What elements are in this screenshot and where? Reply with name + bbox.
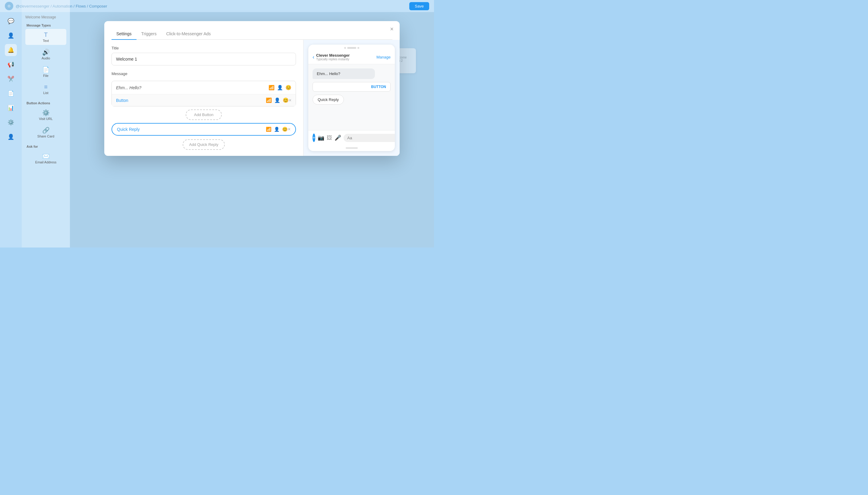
qr-wifi-icon[interactable]: 📶	[266, 126, 272, 132]
phone-footer-plus-button[interactable]: +	[313, 134, 315, 142]
modal: × Settings Triggers Click-to-Messenger A…	[104, 21, 400, 156]
camera-icon[interactable]: 📷	[318, 134, 324, 141]
tab-click-to-messenger[interactable]: Click-to-Messenger Ads	[161, 28, 215, 40]
visit-url-label: Visit URL	[39, 117, 53, 121]
welcome-message-label: Welcome Message	[25, 15, 66, 19]
sidebar-icon-files[interactable]: 📄	[5, 87, 17, 100]
phone-footer: + 📷 🖼 🎤 😊 ≡	[308, 130, 395, 145]
message-text: Ehm... Hello?	[116, 85, 268, 90]
sidebar-item-text[interactable]: T Text	[25, 29, 66, 45]
modal-body: Title Message Ehm... Hello? 📶 👤 😊	[104, 40, 400, 156]
qr-user-icon[interactable]: 👤	[274, 126, 280, 132]
sidebar-item-email[interactable]: ✉️ Email Address	[25, 150, 66, 166]
audio-icon: 🔊	[42, 49, 50, 56]
add-button-button[interactable]: Add Button	[186, 109, 222, 120]
sidebar-item-audio[interactable]: 🔊 Audio	[25, 46, 66, 63]
phone-manage-button[interactable]: Manage	[377, 55, 390, 59]
preview-phone: ‹ Clever Messenger Typically replies ins…	[308, 45, 395, 151]
sidebar-icon-notifications[interactable]: 🔔	[5, 44, 17, 56]
chat-bubble: Ehm... Hello?	[313, 68, 375, 79]
tab-settings[interactable]: Settings	[111, 28, 137, 40]
add-quick-reply-button[interactable]: Add Quick Reply	[183, 139, 225, 150]
sidebar-item-list[interactable]: ≡ List	[25, 81, 66, 97]
qr-emoji-icon[interactable]: 😊	[282, 126, 288, 132]
sidebar-icon-tools[interactable]: ✂️	[5, 73, 17, 85]
button-label: Button	[116, 98, 266, 103]
button-message-icons: 📶 👤 😊	[266, 97, 289, 103]
modal-tabs: Settings Triggers Click-to-Messenger Ads	[111, 28, 393, 40]
user-icon[interactable]: 👤	[277, 85, 283, 90]
phone-header: ‹ Clever Messenger Typically replies ins…	[308, 50, 395, 64]
sidebar-icon-analytics[interactable]: 📊	[5, 102, 17, 114]
qr-close-button[interactable]: ×	[288, 126, 291, 132]
quick-reply-chip[interactable]: Quick Reply	[313, 95, 344, 105]
button-user-icon[interactable]: 👤	[274, 97, 280, 103]
list-label: List	[43, 91, 48, 95]
share-card-icon: 🔗	[42, 126, 50, 134]
phone-scroll-indicator	[308, 145, 395, 151]
visit-url-icon: ⚙️	[42, 109, 50, 116]
phone-back-button[interactable]: ‹	[313, 54, 314, 60]
wifi-icon[interactable]: 📶	[268, 85, 275, 90]
modal-overlay: × Settings Triggers Click-to-Messenger A…	[70, 12, 434, 248]
ask-for-title: Ask for	[27, 145, 66, 148]
save-button[interactable]: Save	[409, 2, 429, 10]
sidebar-item-visit-url[interactable]: ⚙️ Visit URL	[25, 107, 66, 123]
share-card-label: Share Card	[37, 134, 54, 138]
mic-icon[interactable]: 🎤	[334, 134, 341, 141]
sidebar-icon-chat[interactable]: 💬	[5, 15, 17, 27]
text-icon: T	[44, 31, 48, 38]
message-box: Ehm... Hello? 📶 👤 😊 Button 📶 👤	[111, 81, 296, 106]
scroll-bar	[346, 148, 358, 149]
file-icon: 📄	[42, 66, 50, 73]
sidebar-item-file[interactable]: 📄 File	[25, 64, 66, 80]
button-wifi-icon[interactable]: 📶	[266, 97, 272, 103]
text-label: Text	[43, 39, 49, 42]
button-actions-title: Button Actions	[27, 101, 66, 105]
message-text-row: Ehm... Hello? 📶 👤 😊	[112, 81, 296, 95]
phone-subtitle: Typically replies instantly	[316, 57, 377, 61]
dot1	[344, 47, 346, 49]
file-label: File	[43, 74, 49, 78]
modal-right: ‹ Clever Messenger Typically replies ins…	[303, 40, 400, 156]
phone-body: Ehm... Hello? BUTTON Quick Reply	[308, 64, 395, 130]
message-label: Message	[111, 71, 296, 76]
email-icon: ✉️	[42, 153, 50, 160]
message-types-title: Message Types	[27, 23, 66, 27]
modal-close-button[interactable]: ×	[390, 26, 394, 32]
modal-left: Title Message Ehm... Hello? 📶 👤 😊	[104, 40, 303, 156]
button-row: Button 📶 👤 😊 ×	[112, 95, 296, 106]
quick-reply-input-wrap: 📶 👤 😊 ×	[111, 123, 296, 136]
button-close-button[interactable]: ×	[289, 98, 292, 103]
button-emoji-icon[interactable]: 😊	[283, 97, 289, 103]
phone-chat-input[interactable]	[344, 134, 395, 142]
message-icons: 📶 👤 😊	[268, 85, 292, 90]
sidebar-icon-profile[interactable]: 👤	[5, 131, 17, 143]
sidebar-icon-settings[interactable]: ⚙️	[5, 116, 17, 129]
dot2	[358, 47, 359, 49]
chat-button: BUTTON	[313, 82, 390, 92]
phone-top-dots	[308, 45, 395, 50]
sidebar-icon-users[interactable]: 👤	[5, 30, 17, 41]
sidebar-item-share-card[interactable]: 🔗 Share Card	[25, 124, 66, 140]
sidebar-icon-broadcast[interactable]: 📢	[5, 58, 17, 70]
emoji-icon[interactable]: 😊	[285, 85, 292, 90]
tab-triggers[interactable]: Triggers	[137, 28, 161, 40]
title-label: Title	[111, 46, 296, 50]
bar	[347, 47, 356, 49]
quick-reply-input[interactable]	[117, 127, 266, 132]
image-icon[interactable]: 🖼	[327, 135, 332, 141]
main-area: Flow Card #1 Go to flow Welcome Message …	[70, 12, 434, 248]
list-icon: ≡	[44, 84, 48, 90]
qr-icons: 📶 👤 😊	[266, 126, 288, 132]
audio-label: Audio	[41, 56, 50, 60]
phone-name: Clever Messenger	[316, 53, 377, 57]
email-label: Email Address	[35, 160, 56, 164]
sidebar: 💬 👤 🔔 📢 ✂️ 📄 📊 ⚙️ 👤	[0, 0, 22, 248]
left-panel: Welcome Message Message Types T Text 🔊 A…	[22, 0, 70, 248]
title-input[interactable]	[111, 53, 296, 65]
phone-info: Clever Messenger Typically replies insta…	[316, 53, 377, 61]
modal-header: × Settings Triggers Click-to-Messenger A…	[104, 21, 400, 40]
